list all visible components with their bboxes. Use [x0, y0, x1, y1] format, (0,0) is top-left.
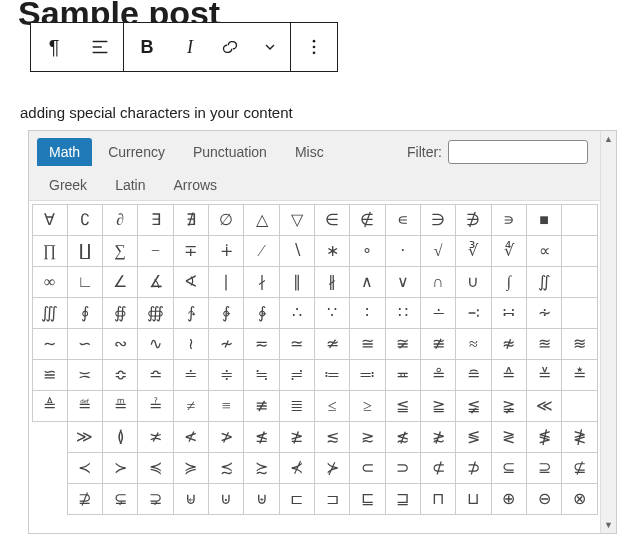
scroll-up-arrow[interactable]: ▲ [601, 131, 616, 147]
char-cell[interactable]: ≤ [314, 390, 350, 422]
char-cell[interactable]: ∿ [137, 328, 173, 360]
char-cell[interactable]: ∁ [67, 204, 103, 236]
char-cell[interactable]: ∹ [455, 297, 491, 329]
char-cell[interactable]: ≵ [420, 421, 456, 453]
char-cell[interactable]: ∺ [491, 297, 527, 329]
char-cell[interactable]: ∩ [420, 266, 456, 298]
char-cell[interactable]: ⊒ [385, 483, 421, 515]
char-cell[interactable]: ≮ [173, 421, 209, 453]
char-cell[interactable]: ∃ [137, 204, 173, 236]
tab-greek[interactable]: Greek [37, 171, 99, 199]
bold-button[interactable]: B [124, 23, 170, 71]
tab-misc[interactable]: Misc [283, 138, 336, 166]
char-cell[interactable]: ⊃ [385, 452, 421, 484]
char-cell[interactable]: ∑ [102, 235, 138, 267]
char-cell[interactable]: ≷ [491, 421, 527, 453]
char-cell[interactable]: ≖ [385, 359, 421, 391]
char-cell[interactable]: ⊌ [173, 483, 209, 515]
char-cell[interactable]: ≢ [243, 390, 279, 422]
filter-input[interactable] [448, 140, 588, 164]
char-cell[interactable]: ≇ [420, 328, 456, 360]
char-cell[interactable]: ≹ [561, 421, 597, 453]
paragraph-content[interactable]: adding special characters in your conten… [20, 104, 293, 121]
char-cell[interactable]: ≦ [385, 390, 421, 422]
char-cell[interactable]: ≐ [173, 359, 209, 391]
tab-latin[interactable]: Latin [103, 171, 157, 199]
char-cell[interactable]: ≂ [243, 328, 279, 360]
char-cell[interactable]: ⊍ [208, 483, 244, 515]
char-cell[interactable]: ∯ [102, 297, 138, 329]
char-cell[interactable]: ≪ [526, 390, 562, 422]
char-cell[interactable]: ∰ [137, 297, 173, 329]
char-cell[interactable]: ∲ [208, 297, 244, 329]
char-cell[interactable]: ∡ [137, 266, 173, 298]
tab-math[interactable]: Math [37, 138, 92, 166]
char-cell[interactable]: ⊓ [420, 483, 456, 515]
char-cell[interactable]: ∮ [67, 297, 103, 329]
char-cell[interactable]: ≫ [67, 421, 103, 453]
char-cell[interactable]: ∥ [279, 266, 315, 298]
char-cell[interactable]: ⊂ [349, 452, 385, 484]
char-cell[interactable]: − [137, 235, 173, 267]
char-cell[interactable]: ∕ [243, 235, 279, 267]
char-cell[interactable]: ∟ [67, 266, 103, 298]
char-cell[interactable]: ≻ [102, 452, 138, 484]
tab-punctuation[interactable]: Punctuation [181, 138, 279, 166]
char-cell[interactable]: √ [420, 235, 456, 267]
char-cell[interactable] [561, 266, 597, 298]
char-cell[interactable]: ≓ [279, 359, 315, 391]
char-cell[interactable]: ∦ [314, 266, 350, 298]
char-cell[interactable]: ∏ [32, 235, 68, 267]
char-cell[interactable]: ≉ [491, 328, 527, 360]
char-cell[interactable]: ▽ [279, 204, 315, 236]
char-cell[interactable]: ≑ [208, 359, 244, 391]
char-cell[interactable]: ⊕ [491, 483, 527, 515]
char-cell[interactable]: ≁ [208, 328, 244, 360]
char-cell[interactable]: ≟ [137, 390, 173, 422]
char-cell[interactable]: ∧ [349, 266, 385, 298]
char-cell[interactable]: ≸ [526, 421, 562, 453]
char-cell[interactable]: ≘ [455, 359, 491, 391]
char-cell[interactable]: ≭ [137, 421, 173, 453]
char-cell[interactable]: ∼ [32, 328, 68, 360]
char-cell[interactable]: ⊅ [455, 452, 491, 484]
char-cell[interactable]: ≼ [137, 452, 173, 484]
char-cell[interactable]: ∤ [243, 266, 279, 298]
paragraph-type-button[interactable]: ¶ [31, 23, 77, 71]
char-cell[interactable]: ∫ [491, 266, 527, 298]
char-cell[interactable]: ∾ [102, 328, 138, 360]
char-cell[interactable]: ≠ [173, 390, 209, 422]
char-cell[interactable]: ⊆ [491, 452, 527, 484]
char-cell[interactable]: ≎ [102, 359, 138, 391]
char-cell[interactable]: ∄ [173, 204, 209, 236]
char-cell[interactable]: ≔ [314, 359, 350, 391]
char-cell[interactable]: ≧ [420, 390, 456, 422]
char-cell[interactable]: ∖ [279, 235, 315, 267]
align-button[interactable] [77, 23, 123, 71]
char-cell[interactable]: ≱ [279, 421, 315, 453]
char-cell[interactable]: ≀ [173, 328, 209, 360]
char-cell[interactable]: ≌ [32, 359, 68, 391]
char-cell[interactable]: ∞ [32, 266, 68, 298]
char-cell[interactable]: ∗ [314, 235, 350, 267]
char-cell[interactable]: ∠ [102, 266, 138, 298]
char-cell[interactable]: ∈ [314, 204, 350, 236]
char-cell[interactable]: ≍ [67, 359, 103, 391]
char-cell[interactable]: ≾ [208, 452, 244, 484]
char-cell[interactable]: ⊑ [349, 483, 385, 515]
link-button[interactable] [210, 23, 250, 71]
char-cell[interactable]: ∨ [385, 266, 421, 298]
char-cell[interactable]: ≳ [349, 421, 385, 453]
char-cell[interactable]: ∝ [526, 235, 562, 267]
panel-scrollbar[interactable]: ▲ ▼ [600, 131, 616, 533]
char-cell[interactable]: ∋ [420, 204, 456, 236]
char-cell[interactable]: ⊈ [561, 452, 597, 484]
char-cell[interactable]: ≆ [385, 328, 421, 360]
char-cell[interactable]: ∻ [526, 297, 562, 329]
char-cell[interactable]: ∅ [208, 204, 244, 236]
char-cell[interactable]: ∳ [243, 297, 279, 329]
char-cell[interactable]: ≚ [526, 359, 562, 391]
char-cell[interactable]: ≝ [67, 390, 103, 422]
char-cell[interactable]: ≗ [420, 359, 456, 391]
char-cell[interactable]: ≋ [561, 328, 597, 360]
